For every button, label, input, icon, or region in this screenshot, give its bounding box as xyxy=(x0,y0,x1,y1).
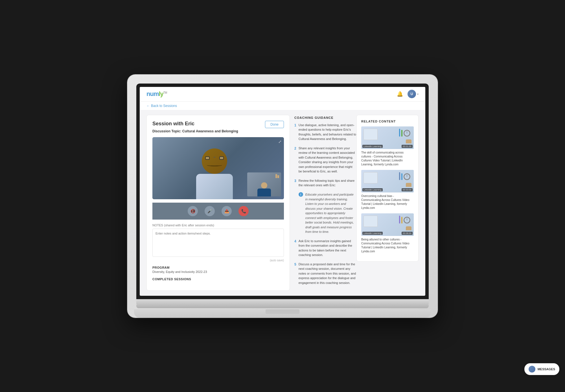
clock-icon-3 xyxy=(404,217,410,224)
hand-deco-3 xyxy=(406,226,411,230)
clock-icon-1 xyxy=(404,130,410,137)
done-button[interactable]: Done xyxy=(265,121,284,128)
content-thumb-1: LinkedIn Learning 00:01:00 xyxy=(361,126,414,149)
hangup-icon: 📞 xyxy=(241,209,246,213)
thumb-label-1: LinkedIn Learning xyxy=(362,145,383,148)
laptop-base xyxy=(134,309,431,318)
pencil2-icon-1 xyxy=(401,130,402,137)
thumb-duration-1: 00:01:00 xyxy=(402,145,413,148)
pencil-icon-3 xyxy=(399,216,400,224)
logo-ly-part: ly xyxy=(159,90,163,97)
breadcrumb: ← Back to Sessions xyxy=(140,102,425,110)
content-card-2[interactable]: LinkedIn Learning 00:03:00 Overcoming cu… xyxy=(361,170,414,210)
content-card-1[interactable]: LinkedIn Learning 00:01:00 The skill of … xyxy=(361,126,414,167)
coaching-num-2: 2 xyxy=(294,146,296,174)
mic-icon: 🎤 xyxy=(207,209,212,213)
pencil-icon-2 xyxy=(399,172,400,180)
share-button[interactable]: 📤 xyxy=(222,206,232,216)
content-desc-3: Being attuned to other cultures - Commun… xyxy=(361,238,414,253)
coaching-num-1: 1 xyxy=(294,123,296,141)
coaching-tip: Educate yourselves and participate in me… xyxy=(305,192,356,234)
clock-icon-2 xyxy=(404,173,410,180)
autosave-hint: (auto save) xyxy=(152,259,284,262)
hand-deco-1 xyxy=(406,139,411,143)
discussion-topic: Discussion Topic: Cultural Awareness and… xyxy=(152,129,284,133)
thumb-deco-3 xyxy=(399,216,410,224)
logo-tm: TM xyxy=(163,91,167,94)
share-icon: 📤 xyxy=(224,209,229,213)
camera-mute-icon: 📵 xyxy=(190,209,195,213)
related-content-panel: RELATED CONTENT xyxy=(356,115,419,291)
discussion-topic-value: Cultural Awareness and Belonging xyxy=(182,129,238,133)
video-controls: 📵 🎤 📤 📞 xyxy=(152,203,284,220)
top-nav: numlyTM 🔔 U ▾ xyxy=(140,87,425,102)
coaching-text-1: Use dialogue, active listening, and open… xyxy=(299,123,356,141)
program-section: PROGRAM Diversity, Equity and Inclusivit… xyxy=(152,266,284,273)
coaching-num-5: 5 xyxy=(294,262,296,285)
logo-text: numlyTM xyxy=(146,90,167,98)
coaching-list: 1 Use dialogue, active listening, and op… xyxy=(294,123,356,285)
related-content-inner: RELATED CONTENT xyxy=(356,115,419,262)
thumb-duration-3: 00:06:00 xyxy=(402,232,413,235)
pencil-icon-1 xyxy=(399,129,400,137)
pencil2-icon-3 xyxy=(401,217,402,224)
discussion-label: Discussion Topic: xyxy=(152,129,181,133)
coaching-panel: COACHING GUIDANCE 1 Use dialogue, active… xyxy=(294,115,356,291)
left-panel: Session with Eric Done Discussion Topic:… xyxy=(146,115,290,291)
laptop-bottom xyxy=(136,299,429,305)
back-to-sessions-link[interactable]: ← Back to Sessions xyxy=(146,104,419,108)
session-title: Session with Eric xyxy=(152,121,194,127)
laptop-frame: numlyTM 🔔 U ▾ ← Back to Sessions xyxy=(127,75,438,318)
mic-button[interactable]: 🎤 xyxy=(205,206,215,216)
thumb-label-3: LinkedIn Learning xyxy=(362,232,383,235)
content-thumb-3: LinkedIn Learning 00:06:00 xyxy=(361,213,414,236)
content-thumb-2: LinkedIn Learning 00:03:00 xyxy=(361,170,414,192)
expand-icon[interactable]: ⤢ xyxy=(278,139,282,144)
bell-icon[interactable]: 🔔 xyxy=(397,91,403,97)
screen-bezel: numlyTM 🔔 U ▾ ← Back to Sessions xyxy=(136,84,429,299)
notes-label: NOTES (shared with Eric after session en… xyxy=(152,224,284,227)
hand-deco-2 xyxy=(406,183,411,187)
tip-icon: i xyxy=(299,192,303,197)
content-desc-1: The skill of communicating across cultur… xyxy=(361,151,414,167)
coaching-num-4: 4 xyxy=(294,239,296,257)
completed-sessions-label: COMPLETED SESSIONS xyxy=(152,277,284,281)
laptop-hinge xyxy=(136,305,429,308)
program-label: PROGRAM xyxy=(152,266,284,269)
nav-right: 🔔 U ▾ xyxy=(397,90,419,98)
coaching-text-3: Review the following topic tips and shar… xyxy=(299,179,355,187)
coaching-num-3: 3 xyxy=(294,178,296,234)
related-content-title: RELATED CONTENT xyxy=(361,120,414,123)
coaching-text-5: Discuss a proposed date and time for the… xyxy=(299,262,356,285)
thumb-deco-1 xyxy=(399,129,410,137)
coaching-item-1: 1 Use dialogue, active listening, and op… xyxy=(294,123,356,141)
thumb-label-2: LinkedIn Learning xyxy=(362,188,383,191)
coaching-text-4: Ask Eric to summarize insights gained fr… xyxy=(299,239,356,257)
notes-sublabel-text: (shared with Eric after session ends) xyxy=(164,224,214,227)
mute-button[interactable]: 📵 xyxy=(188,206,198,216)
thumb-duration-2: 00:03:00 xyxy=(402,188,413,191)
main-area: Session with Eric Done Discussion Topic:… xyxy=(140,110,425,295)
video-pip xyxy=(247,172,281,196)
notes-label-text: NOTES xyxy=(152,224,163,227)
thumb-deco-2 xyxy=(399,172,410,180)
avatar[interactable]: U xyxy=(408,90,416,98)
breadcrumb-label: Back to Sessions xyxy=(151,104,177,108)
laptop-touchpad xyxy=(266,309,299,314)
coaching-item-3: 3 Review the following topic tips and sh… xyxy=(294,178,356,234)
coaching-item-2: 2 Share any relevant insights from your … xyxy=(294,146,356,174)
pencil2-icon-2 xyxy=(401,173,402,180)
notes-textarea[interactable] xyxy=(152,229,284,257)
coaching-text-3-wrapper: Review the following topic tips and shar… xyxy=(299,178,356,234)
content-desc-2: Overcoming cultural bias - Communicating… xyxy=(361,194,414,210)
coaching-item-4: 4 Ask Eric to summarize insights gained … xyxy=(294,239,356,257)
video-area: ⤢ xyxy=(152,137,284,199)
session-header: Session with Eric Done xyxy=(152,121,284,128)
hangup-button[interactable]: 📞 xyxy=(238,206,249,216)
chevron-down-icon[interactable]: ▾ xyxy=(417,93,419,96)
logo: numlyTM xyxy=(146,90,167,98)
back-arrow-icon: ← xyxy=(146,104,150,108)
coaching-title: COACHING GUIDANCE xyxy=(294,116,356,119)
content-card-3[interactable]: LinkedIn Learning 00:06:00 Being attuned… xyxy=(361,213,414,253)
program-value: Diversity, Equity and Inclusivity 2022-2… xyxy=(152,270,284,273)
